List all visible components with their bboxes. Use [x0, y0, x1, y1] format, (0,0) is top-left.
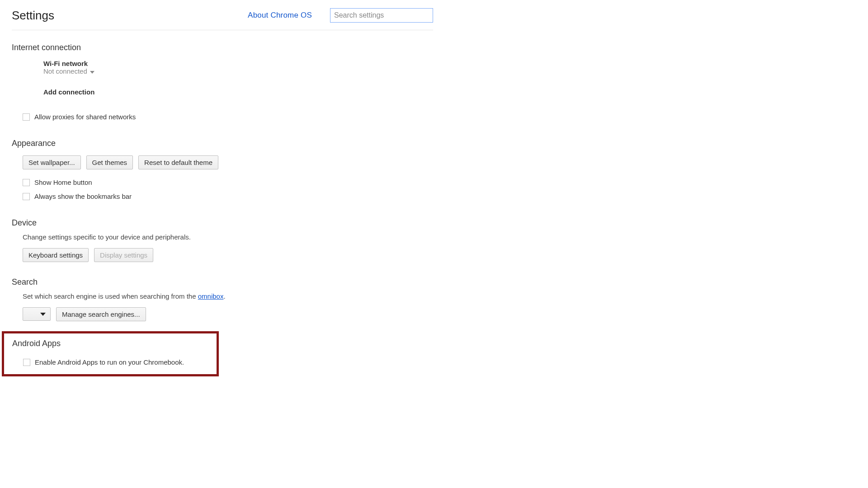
search-desc-pre: Set which search engine is used when sea… [23, 292, 198, 300]
allow-proxies-row[interactable]: Allow proxies for shared networks [23, 113, 434, 121]
device-section-desc: Change settings specific to your device … [23, 233, 434, 241]
manage-search-engines-button[interactable]: Manage search engines... [56, 307, 146, 321]
search-section: Search Set which search engine is used w… [12, 277, 434, 321]
search-desc-post: . [223, 292, 225, 300]
android-apps-section: Android Apps Enable Android Apps to run … [2, 331, 219, 376]
allow-proxies-checkbox[interactable] [23, 113, 30, 121]
add-connection-item[interactable]: Add connection [43, 88, 434, 96]
search-section-title: Search [12, 277, 434, 287]
keyboard-settings-button[interactable]: Keyboard settings [23, 248, 89, 262]
appearance-section-title: Appearance [12, 139, 434, 148]
page-title: Settings [12, 9, 54, 23]
add-connection-label: Add connection [43, 88, 434, 96]
omnibox-link[interactable]: omnibox [198, 292, 224, 300]
always-bookmarks-row[interactable]: Always show the bookmarks bar [23, 192, 434, 200]
always-bookmarks-checkbox[interactable] [23, 193, 30, 200]
wifi-status-text: Not connected [43, 67, 87, 75]
internet-section-title: Internet connection [12, 43, 434, 52]
wifi-status: Not connected [43, 67, 94, 75]
device-buttons: Keyboard settings Display settings [23, 248, 434, 262]
wifi-network-label: Wi-Fi network [43, 60, 434, 67]
set-wallpaper-button[interactable]: Set wallpaper... [23, 155, 81, 169]
chevron-down-icon[interactable] [90, 71, 94, 74]
show-home-row[interactable]: Show Home button [23, 178, 434, 186]
search-section-desc: Set which search engine is used when sea… [23, 292, 434, 300]
search-controls: Manage search engines... [23, 307, 434, 321]
always-bookmarks-label: Always show the bookmarks bar [34, 192, 132, 200]
device-section: Device Change settings specific to your … [12, 218, 434, 262]
about-chrome-os-link[interactable]: About Chrome OS [248, 11, 312, 20]
search-input[interactable] [330, 8, 433, 23]
appearance-section: Appearance Set wallpaper... Get themes R… [12, 139, 434, 200]
reset-theme-button[interactable]: Reset to default theme [138, 155, 218, 169]
get-themes-button[interactable]: Get themes [86, 155, 133, 169]
chevron-down-icon [40, 313, 46, 316]
appearance-buttons: Set wallpaper... Get themes Reset to def… [23, 155, 434, 169]
wifi-network-item[interactable]: Wi-Fi network Not connected [43, 60, 434, 75]
header: Settings About Chrome OS [12, 8, 433, 30]
search-engine-select[interactable] [23, 307, 51, 321]
enable-android-row[interactable]: Enable Android Apps to run on your Chrom… [23, 358, 208, 366]
internet-section: Internet connection Wi-Fi network Not co… [12, 43, 434, 121]
display-settings-button[interactable]: Display settings [94, 248, 153, 262]
enable-android-label: Enable Android Apps to run on your Chrom… [35, 358, 184, 366]
show-home-checkbox[interactable] [23, 179, 30, 186]
enable-android-checkbox[interactable] [23, 359, 30, 366]
android-section-title: Android Apps [12, 339, 208, 348]
device-section-title: Device [12, 218, 434, 228]
show-home-label: Show Home button [34, 178, 92, 186]
allow-proxies-label: Allow proxies for shared networks [34, 113, 136, 121]
